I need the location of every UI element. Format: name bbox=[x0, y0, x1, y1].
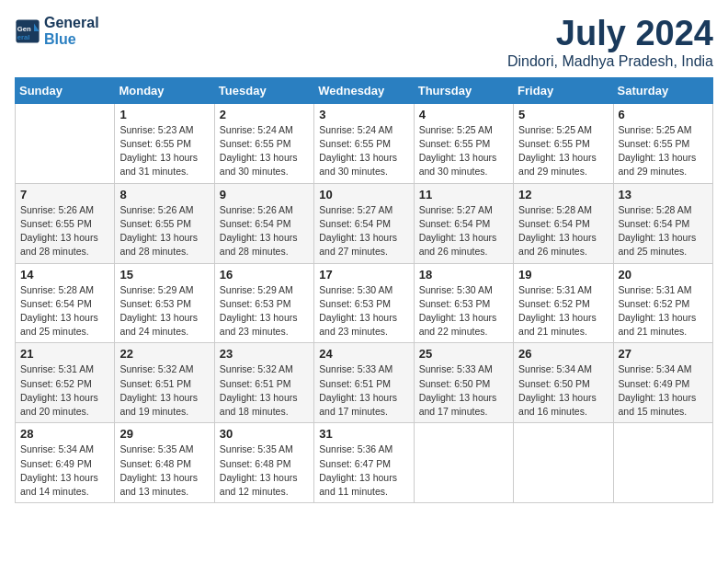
day-number: 18 bbox=[419, 268, 508, 282]
calendar-cell bbox=[414, 423, 513, 503]
calendar-cell: 14Sunrise: 5:28 AM Sunset: 6:54 PM Dayli… bbox=[16, 263, 115, 343]
day-info: Sunrise: 5:34 AM Sunset: 6:49 PM Dayligh… bbox=[20, 442, 109, 499]
calendar-cell: 6Sunrise: 5:25 AM Sunset: 6:55 PM Daylig… bbox=[613, 103, 712, 183]
day-number: 22 bbox=[119, 347, 209, 361]
calendar-cell: 18Sunrise: 5:30 AM Sunset: 6:53 PM Dayli… bbox=[414, 263, 513, 343]
calendar-cell: 12Sunrise: 5:28 AM Sunset: 6:54 PM Dayli… bbox=[514, 183, 613, 263]
day-info: Sunrise: 5:27 AM Sunset: 6:54 PM Dayligh… bbox=[319, 203, 408, 259]
day-number: 8 bbox=[119, 188, 209, 201]
day-number: 10 bbox=[319, 188, 408, 201]
calendar-cell: 20Sunrise: 5:31 AM Sunset: 6:52 PM Dayli… bbox=[613, 263, 712, 343]
calendar-cell: 7Sunrise: 5:26 AM Sunset: 6:55 PM Daylig… bbox=[16, 183, 115, 263]
day-number: 7 bbox=[20, 188, 109, 201]
weekday-header-cell: Wednesday bbox=[314, 77, 414, 103]
day-info: Sunrise: 5:25 AM Sunset: 6:55 PM Dayligh… bbox=[619, 123, 708, 179]
day-number: 27 bbox=[619, 347, 708, 361]
calendar-cell: 17Sunrise: 5:30 AM Sunset: 6:53 PM Dayli… bbox=[314, 263, 414, 343]
calendar-cell: 10Sunrise: 5:27 AM Sunset: 6:54 PM Dayli… bbox=[314, 183, 414, 263]
logo-line1: General bbox=[44, 15, 99, 31]
calendar-cell: 26Sunrise: 5:34 AM Sunset: 6:50 PM Dayli… bbox=[514, 343, 613, 423]
day-number: 26 bbox=[518, 347, 608, 361]
calendar-cell: 3Sunrise: 5:24 AM Sunset: 6:55 PM Daylig… bbox=[314, 103, 414, 183]
day-info: Sunrise: 5:32 AM Sunset: 6:51 PM Dayligh… bbox=[119, 362, 209, 419]
calendar-cell: 24Sunrise: 5:33 AM Sunset: 6:51 PM Dayli… bbox=[314, 343, 414, 423]
month-title: July 2024 bbox=[507, 15, 713, 53]
svg-text:Gen: Gen bbox=[17, 25, 31, 33]
title-area: July 2024 Dindori, Madhya Pradesh, India bbox=[507, 15, 713, 70]
day-info: Sunrise: 5:24 AM Sunset: 6:55 PM Dayligh… bbox=[319, 123, 408, 179]
weekday-header-cell: Sunday bbox=[16, 77, 115, 103]
day-number: 3 bbox=[319, 108, 408, 121]
day-number: 23 bbox=[220, 347, 309, 361]
day-info: Sunrise: 5:30 AM Sunset: 6:53 PM Dayligh… bbox=[319, 283, 408, 339]
calendar-cell bbox=[613, 423, 712, 503]
weekday-header-cell: Tuesday bbox=[214, 77, 313, 103]
logo-line2: Blue bbox=[44, 31, 99, 48]
day-info: Sunrise: 5:31 AM Sunset: 6:52 PM Dayligh… bbox=[619, 283, 708, 339]
day-number: 2 bbox=[220, 108, 309, 121]
calendar-cell: 13Sunrise: 5:28 AM Sunset: 6:54 PM Dayli… bbox=[613, 183, 712, 263]
day-info: Sunrise: 5:36 AM Sunset: 6:47 PM Dayligh… bbox=[319, 442, 408, 499]
calendar-table: SundayMondayTuesdayWednesdayThursdayFrid… bbox=[15, 77, 713, 503]
logo-icon: Gen eral bbox=[15, 18, 40, 44]
day-number: 16 bbox=[220, 268, 309, 282]
calendar-cell: 4Sunrise: 5:25 AM Sunset: 6:55 PM Daylig… bbox=[414, 103, 513, 183]
calendar-cell: 23Sunrise: 5:32 AM Sunset: 6:51 PM Dayli… bbox=[214, 343, 313, 423]
calendar-cell: 28Sunrise: 5:34 AM Sunset: 6:49 PM Dayli… bbox=[16, 423, 115, 503]
day-info: Sunrise: 5:26 AM Sunset: 6:54 PM Dayligh… bbox=[220, 203, 309, 259]
day-info: Sunrise: 5:29 AM Sunset: 6:53 PM Dayligh… bbox=[119, 283, 209, 339]
day-info: Sunrise: 5:33 AM Sunset: 6:51 PM Dayligh… bbox=[319, 362, 408, 419]
calendar-cell: 8Sunrise: 5:26 AM Sunset: 6:55 PM Daylig… bbox=[115, 183, 214, 263]
day-number: 31 bbox=[319, 427, 408, 441]
day-number: 21 bbox=[20, 347, 109, 361]
calendar-week-row: 21Sunrise: 5:31 AM Sunset: 6:52 PM Dayli… bbox=[16, 343, 713, 423]
location-title: Dindori, Madhya Pradesh, India bbox=[507, 53, 713, 70]
day-number: 13 bbox=[619, 188, 708, 201]
calendar-week-row: 28Sunrise: 5:34 AM Sunset: 6:49 PM Dayli… bbox=[16, 423, 713, 503]
calendar-cell: 5Sunrise: 5:25 AM Sunset: 6:55 PM Daylig… bbox=[514, 103, 613, 183]
day-info: Sunrise: 5:34 AM Sunset: 6:50 PM Dayligh… bbox=[518, 362, 608, 419]
calendar-week-row: 1Sunrise: 5:23 AM Sunset: 6:55 PM Daylig… bbox=[16, 103, 713, 183]
logo: Gen eral General Blue bbox=[15, 15, 99, 47]
day-number: 14 bbox=[20, 268, 109, 282]
day-info: Sunrise: 5:27 AM Sunset: 6:54 PM Dayligh… bbox=[419, 203, 508, 259]
calendar-cell: 22Sunrise: 5:32 AM Sunset: 6:51 PM Dayli… bbox=[115, 343, 214, 423]
svg-text:eral: eral bbox=[17, 33, 30, 41]
calendar-cell: 15Sunrise: 5:29 AM Sunset: 6:53 PM Dayli… bbox=[115, 263, 214, 343]
calendar-cell: 27Sunrise: 5:34 AM Sunset: 6:49 PM Dayli… bbox=[613, 343, 712, 423]
day-info: Sunrise: 5:34 AM Sunset: 6:49 PM Dayligh… bbox=[619, 362, 708, 419]
weekday-header-cell: Monday bbox=[115, 77, 214, 103]
calendar-body: 1Sunrise: 5:23 AM Sunset: 6:55 PM Daylig… bbox=[16, 103, 713, 502]
day-info: Sunrise: 5:26 AM Sunset: 6:55 PM Dayligh… bbox=[20, 203, 109, 259]
day-info: Sunrise: 5:28 AM Sunset: 6:54 PM Dayligh… bbox=[518, 203, 608, 259]
calendar-cell: 21Sunrise: 5:31 AM Sunset: 6:52 PM Dayli… bbox=[16, 343, 115, 423]
calendar-cell: 1Sunrise: 5:23 AM Sunset: 6:55 PM Daylig… bbox=[115, 103, 214, 183]
calendar-cell: 31Sunrise: 5:36 AM Sunset: 6:47 PM Dayli… bbox=[314, 423, 414, 503]
weekday-header-cell: Saturday bbox=[613, 77, 712, 103]
day-info: Sunrise: 5:31 AM Sunset: 6:52 PM Dayligh… bbox=[518, 283, 608, 339]
day-info: Sunrise: 5:26 AM Sunset: 6:55 PM Dayligh… bbox=[119, 203, 209, 259]
calendar-cell bbox=[514, 423, 613, 503]
day-number: 19 bbox=[518, 268, 608, 282]
calendar-week-row: 14Sunrise: 5:28 AM Sunset: 6:54 PM Dayli… bbox=[16, 263, 713, 343]
calendar-cell: 30Sunrise: 5:35 AM Sunset: 6:48 PM Dayli… bbox=[214, 423, 313, 503]
calendar-cell: 9Sunrise: 5:26 AM Sunset: 6:54 PM Daylig… bbox=[214, 183, 313, 263]
weekday-header-row: SundayMondayTuesdayWednesdayThursdayFrid… bbox=[16, 77, 713, 103]
calendar-cell: 16Sunrise: 5:29 AM Sunset: 6:53 PM Dayli… bbox=[214, 263, 313, 343]
day-info: Sunrise: 5:25 AM Sunset: 6:55 PM Dayligh… bbox=[419, 123, 508, 179]
day-info: Sunrise: 5:33 AM Sunset: 6:50 PM Dayligh… bbox=[419, 362, 508, 419]
header: Gen eral General Blue July 2024 Dindori,… bbox=[15, 15, 713, 70]
day-number: 30 bbox=[220, 427, 309, 441]
weekday-header-cell: Friday bbox=[514, 77, 613, 103]
day-number: 1 bbox=[119, 108, 209, 121]
day-info: Sunrise: 5:29 AM Sunset: 6:53 PM Dayligh… bbox=[220, 283, 309, 339]
day-info: Sunrise: 5:25 AM Sunset: 6:55 PM Dayligh… bbox=[518, 123, 608, 179]
day-number: 29 bbox=[119, 427, 209, 441]
calendar-cell: 29Sunrise: 5:35 AM Sunset: 6:48 PM Dayli… bbox=[115, 423, 214, 503]
day-number: 12 bbox=[518, 188, 608, 201]
calendar-cell bbox=[16, 103, 115, 183]
day-number: 25 bbox=[419, 347, 508, 361]
day-info: Sunrise: 5:35 AM Sunset: 6:48 PM Dayligh… bbox=[220, 442, 309, 499]
day-info: Sunrise: 5:23 AM Sunset: 6:55 PM Dayligh… bbox=[119, 123, 209, 179]
day-number: 24 bbox=[319, 347, 408, 361]
